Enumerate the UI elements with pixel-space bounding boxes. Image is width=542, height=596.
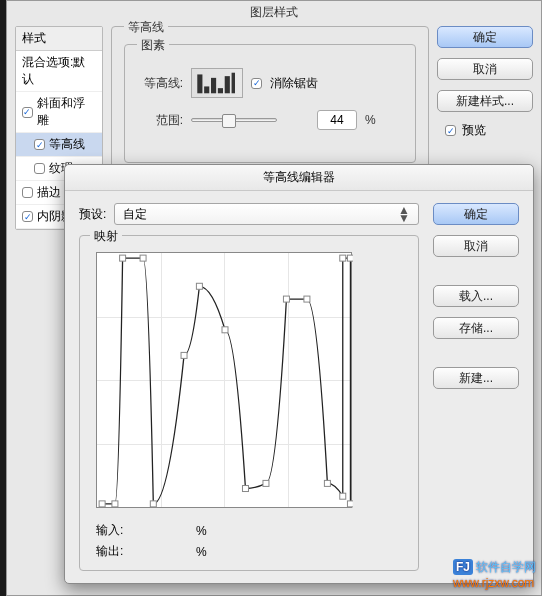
- ce-load-button[interactable]: 载入...: [433, 285, 519, 307]
- svg-rect-7: [112, 501, 118, 507]
- svg-rect-3: [218, 88, 223, 93]
- svg-rect-13: [222, 327, 228, 333]
- svg-rect-14: [242, 486, 248, 492]
- style-item[interactable]: ✓斜面和浮雕: [16, 92, 102, 133]
- antialias-label[interactable]: 消除锯齿: [270, 75, 318, 92]
- style-item[interactable]: ✓等高线: [16, 133, 102, 157]
- svg-rect-9: [140, 255, 146, 261]
- svg-rect-10: [150, 501, 156, 507]
- svg-rect-19: [340, 493, 346, 499]
- svg-rect-12: [196, 283, 202, 289]
- style-checkbox[interactable]: ✓: [34, 163, 45, 174]
- svg-rect-1: [204, 86, 209, 93]
- preset-label: 预设:: [79, 206, 106, 223]
- preset-value: 自定: [123, 206, 147, 223]
- style-item-label: 斜面和浮雕: [37, 95, 96, 129]
- ce-ok-button[interactable]: 确定: [433, 203, 519, 225]
- select-arrows-icon: ▲▼: [398, 206, 410, 222]
- style-checkbox[interactable]: ✓: [34, 139, 45, 150]
- contour-editor-dialog: 等高线编辑器 预设: 自定 ▲▼ 映射: [64, 164, 534, 584]
- contour-editor-title: 等高线编辑器: [65, 165, 533, 191]
- new-style-button[interactable]: 新建样式...: [437, 90, 533, 112]
- preset-select[interactable]: 自定 ▲▼: [114, 203, 419, 225]
- mapping-legend: 映射: [90, 228, 122, 245]
- contour-legend: 等高线: [124, 19, 168, 36]
- ce-save-button[interactable]: 存储...: [433, 317, 519, 339]
- svg-rect-0: [197, 74, 202, 93]
- input-percent: %: [196, 524, 207, 538]
- range-unit: %: [365, 113, 376, 127]
- svg-rect-4: [225, 76, 230, 93]
- style-checkbox[interactable]: ✓: [22, 107, 33, 118]
- range-value[interactable]: 44: [317, 110, 357, 130]
- blend-options-item[interactable]: 混合选项:默认: [16, 51, 102, 92]
- elements-legend: 图素: [137, 37, 169, 54]
- ok-button[interactable]: 确定: [437, 26, 533, 48]
- preview-label[interactable]: 预览: [462, 122, 486, 139]
- antialias-checkbox[interactable]: ✓: [251, 78, 262, 89]
- svg-rect-11: [181, 352, 187, 358]
- output-label: 输出:: [96, 543, 136, 560]
- contour-thumbnail[interactable]: [191, 68, 243, 98]
- svg-rect-18: [324, 480, 330, 486]
- style-checkbox[interactable]: ✓: [22, 211, 33, 222]
- input-label: 输入:: [96, 522, 136, 539]
- style-item-label: 描边: [37, 184, 61, 201]
- svg-rect-6: [99, 501, 105, 507]
- ce-new-button[interactable]: 新建...: [433, 367, 519, 389]
- watermark-logo-icon: FJ: [453, 559, 473, 575]
- cancel-button[interactable]: 取消: [437, 58, 533, 80]
- svg-rect-21: [347, 255, 353, 261]
- preview-checkbox[interactable]: ✓: [445, 125, 456, 136]
- range-label: 范围:: [137, 112, 183, 129]
- svg-rect-15: [263, 480, 269, 486]
- style-item-label: 等高线: [49, 136, 85, 153]
- svg-rect-22: [347, 501, 353, 507]
- contour-label: 等高线:: [137, 75, 183, 92]
- layer-style-title: 图层样式: [7, 1, 541, 26]
- output-percent: %: [196, 545, 207, 559]
- svg-rect-2: [211, 78, 216, 93]
- svg-rect-17: [304, 296, 310, 302]
- watermark: FJ软件自学网 www.rjzxw.com: [453, 559, 536, 590]
- svg-rect-8: [120, 255, 126, 261]
- mapping-fieldset: 映射 输入: % 输出: %: [79, 235, 419, 571]
- svg-rect-5: [232, 73, 235, 94]
- ce-cancel-button[interactable]: 取消: [433, 235, 519, 257]
- svg-rect-20: [340, 255, 346, 261]
- styles-header[interactable]: 样式: [16, 27, 102, 51]
- style-checkbox[interactable]: ✓: [22, 187, 33, 198]
- svg-rect-16: [283, 296, 289, 302]
- curve-graph[interactable]: [96, 252, 352, 508]
- range-slider[interactable]: [191, 118, 277, 122]
